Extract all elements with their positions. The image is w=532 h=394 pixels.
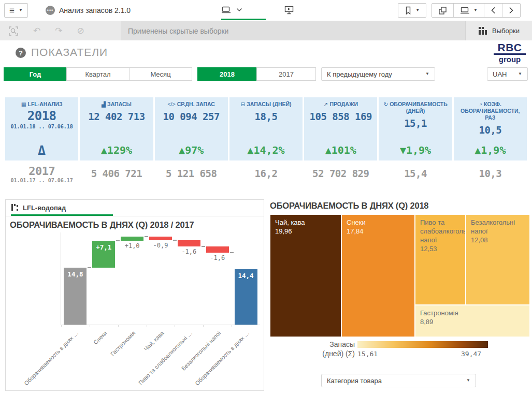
prev-cell-1: 5 406 721 xyxy=(80,160,153,191)
chevron-down-icon: ▼ xyxy=(466,378,470,383)
waterfall-bar-4[interactable] xyxy=(178,240,200,246)
prev-cell-5: 15,4 xyxy=(379,160,452,191)
sheet-nav-group: ▼ xyxy=(432,3,521,18)
gauge-icon: ◔ xyxy=(479,101,482,107)
selections-toolbar: ↶ ↷ ⊘ Применены скрытые выборки Выборки xyxy=(0,21,532,41)
treemap-cell-value: 17,84 xyxy=(347,227,410,236)
top-navbar: ≡ ▼ ••• Анализ запасов 2.1.0 xyxy=(0,0,532,21)
active-sheet-indicator xyxy=(221,19,266,20)
period-filter-group: ГодКварталМесяц xyxy=(4,67,192,81)
kpi-title: </>СР.ДН. ЗАПАС xyxy=(155,101,228,108)
help-icon[interactable]: ? xyxy=(16,48,26,58)
kpi-value: 10,5 xyxy=(454,124,527,136)
previous-year-row: 201701.01.17 .. 07.06.175 406 7215 121 6… xyxy=(5,160,527,191)
treemap-cell-label: Пиво та слабоалкогольні напої xyxy=(420,218,461,245)
clear-selections-icon[interactable]: ⊘ xyxy=(77,26,84,35)
legend-label: Запасы (дней) (Σ) xyxy=(287,340,355,358)
bookmarks-button[interactable]: ▼ xyxy=(398,3,426,18)
prev-value: 5 406 721 xyxy=(80,168,153,179)
waterfall-bar-5[interactable] xyxy=(206,246,229,253)
treemap-cell-0[interactable]: Чай, кава19,96 xyxy=(270,215,341,337)
currency-dropdown[interactable]: UAH ▼ xyxy=(487,67,528,81)
treemap-cell-label: Безалкогольні напої xyxy=(471,218,525,236)
prev-value: 2017 xyxy=(5,165,78,178)
presentation-mode-button[interactable] xyxy=(284,5,294,15)
treemap-panel: ОБОРАЧИВАЕМОСТЬ В ДНЯХ (Q) 2018 Чай, кав… xyxy=(267,199,532,394)
category-dropdown-value: Категория товара xyxy=(327,377,382,385)
kpi-cell-5: ↻ОБОРАЧИВАЕМОСТЬ (ДНЕЙ)15,1▼1,9% xyxy=(379,97,452,160)
chevron-left-icon xyxy=(491,7,496,14)
kpi-value: 10 094 257 xyxy=(155,111,228,122)
legend-min-value: 15,61 xyxy=(357,350,378,358)
tab-lfl-waterfall[interactable]: LFL-водопад xyxy=(11,203,66,212)
kpi-delta: ▲1,9% xyxy=(454,144,527,156)
prev-cell-3: 16,2 xyxy=(229,160,303,191)
kpi-delta: Δ xyxy=(5,143,78,158)
treemap-cell-2[interactable]: Пиво та слабоалкогольні напої12,53 xyxy=(415,215,465,304)
kpi-cell-4: ↗ПРОДАЖИ105 858 169▲101% xyxy=(304,97,377,160)
category-dropdown[interactable]: Категория товара ▼ xyxy=(321,374,476,387)
code-icon: </> xyxy=(167,101,175,107)
kpi-value: 15,1 xyxy=(379,118,452,129)
filter-button-Месяц[interactable]: Месяц xyxy=(129,67,192,81)
waterfall-title: ОБОРАЧИВАЕМОСТЬ В ДНЯХ (Q) 2018 / 2017 xyxy=(10,220,264,230)
kpi-value: 2018 xyxy=(5,109,78,123)
compare-dropdown[interactable]: К предыдущему году ▼ xyxy=(321,67,435,81)
kpi-cell-2: </>СР.ДН. ЗАПАС10 094 257▲97% xyxy=(155,97,228,160)
refresh-icon: ↻ xyxy=(383,101,388,107)
treemap-cell-1[interactable]: Снеки17,84 xyxy=(342,215,414,337)
prev-value: 16,2 xyxy=(229,168,303,179)
kpi-value: 12 402 713 xyxy=(80,111,153,122)
selections-message: Применены скрытые выборки xyxy=(121,21,465,40)
calendar-icon: ▦ xyxy=(21,101,26,107)
coin-icon: ⊟ xyxy=(240,101,245,107)
duplicate-icon xyxy=(438,6,447,15)
sheet-content: ? ПОКАЗАТЕЛИ RBC group ГодКварталМесяц 2… xyxy=(0,40,532,394)
presentation-icon xyxy=(284,5,294,15)
smart-search-icon[interactable] xyxy=(8,26,19,36)
waterfall-bar-6[interactable]: 14,4 xyxy=(235,269,257,325)
kpi-delta: ▲97% xyxy=(155,144,228,156)
undo-selection-icon[interactable]: ↶ xyxy=(33,26,40,35)
prev-value: 10,3 xyxy=(454,168,527,179)
legend-label-line2: (дней) (Σ) xyxy=(287,349,355,358)
redo-selection-icon[interactable]: ↷ xyxy=(55,26,62,35)
selections-label: Выборки xyxy=(492,27,520,35)
filter-button-2017[interactable]: 2017 xyxy=(256,67,316,81)
waterfall-panel: LFL-водопад ОБОРАЧИВАЕМОСТЬ В ДНЯХ (Q) 2… xyxy=(5,199,264,391)
chevron-down-icon: ▼ xyxy=(415,8,420,12)
treemap-cell-value: 12,08 xyxy=(471,236,525,245)
kpi-delta: ▼1,9% xyxy=(379,144,452,156)
kpi-value: 105 858 169 xyxy=(304,111,377,122)
sheet-list-button[interactable]: ▼ xyxy=(453,4,484,17)
rbc-group-logo: RBC group xyxy=(494,42,526,63)
previous-sheet-button[interactable] xyxy=(484,4,502,17)
kpi-delta: ▲14,2% xyxy=(229,144,303,156)
kpi-value: 18,5 xyxy=(229,111,303,122)
chevron-down-icon: ▼ xyxy=(518,72,522,76)
treemap-cell-3[interactable]: Безалкогольні напої12,08 xyxy=(466,215,529,304)
filter-button-2018[interactable]: 2018 xyxy=(197,67,257,81)
prev-value: 5 121 658 xyxy=(155,168,228,179)
selections-panel-button[interactable]: Выборки xyxy=(465,21,532,40)
bar-value-label: -1,6 xyxy=(197,254,238,261)
kpi-title: ▦LFL-АНАЛИЗ xyxy=(5,101,78,108)
kpi-date-range: 01.01.18 .. 07.06.18 xyxy=(5,124,78,129)
treemap-cell-4[interactable]: Гастрономія8,89 xyxy=(415,305,529,337)
kpi-cell-1: ▟ЗАПАСЫ12 402 713▲129% xyxy=(80,97,153,160)
waterfall-bar-0[interactable]: 14,8 xyxy=(64,268,87,325)
filter-button-Квартал[interactable]: Квартал xyxy=(66,67,130,81)
filter-button-Год[interactable]: Год xyxy=(4,67,67,81)
waterfall-bar-2[interactable] xyxy=(121,237,143,240)
chevron-down-icon: ▼ xyxy=(19,8,23,12)
next-sheet-button[interactable] xyxy=(502,4,520,17)
kpi-title: ↗ПРОДАЖИ xyxy=(304,101,377,108)
duplicate-sheet-button[interactable] xyxy=(432,4,453,17)
main-menu-button[interactable]: ≡ ▼ xyxy=(4,3,28,18)
sheet-icon xyxy=(221,5,231,14)
prev-cell-0: 201701.01.17 .. 07.06.17 xyxy=(5,160,78,191)
sheet-selector-button[interactable] xyxy=(221,5,242,14)
waterfall-connector xyxy=(202,246,205,247)
waterfall-bar-3[interactable] xyxy=(149,237,172,240)
bar-chart-icon: ▟ xyxy=(102,101,106,107)
